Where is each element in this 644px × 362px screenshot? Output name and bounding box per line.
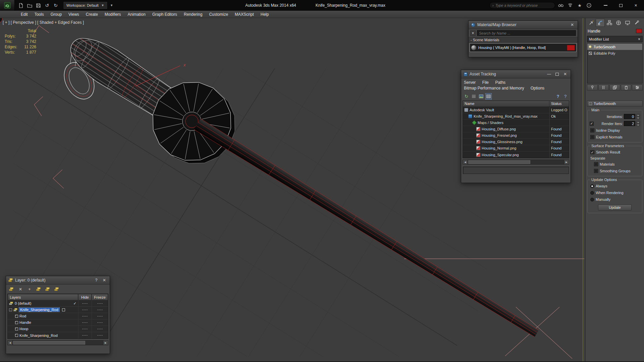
menu-create[interactable]: Create: [83, 11, 101, 18]
layer-object-row[interactable]: Handle: [8, 319, 108, 326]
render-iters-checkbox[interactable]: ✓: [590, 122, 594, 126]
close-icon[interactable]: ✕: [101, 277, 107, 283]
horizontal-scrollbar[interactable]: ◀ ▶: [463, 160, 569, 165]
scroll-left-icon[interactable]: ◀: [463, 160, 468, 164]
menu-group[interactable]: Group: [47, 11, 65, 18]
column-status[interactable]: Status: [549, 101, 569, 107]
help-icon[interactable]: ?: [93, 277, 99, 283]
update-button[interactable]: Update: [598, 204, 632, 210]
scroll-right-icon[interactable]: ▶: [103, 341, 108, 345]
smooth-result-checkbox[interactable]: ✓: [590, 150, 594, 154]
hide-toggle[interactable]: [82, 329, 88, 329]
hide-toggle[interactable]: [82, 316, 88, 316]
object-name[interactable]: Handle: [588, 29, 634, 34]
context-help-icon[interactable]: ?: [555, 93, 561, 100]
close-button[interactable]: ×: [628, 0, 643, 11]
make-unique-button[interactable]: [609, 84, 620, 90]
tab-display[interactable]: [623, 19, 632, 27]
menu-file[interactable]: File: [482, 80, 489, 85]
configure-modifier-sets-button[interactable]: [632, 84, 643, 90]
when-rendering-radio[interactable]: [590, 191, 594, 195]
save-file-button[interactable]: [34, 1, 42, 9]
tab-motion[interactable]: [614, 19, 623, 27]
column-freeze[interactable]: Freeze: [92, 294, 108, 300]
freeze-toggle[interactable]: [97, 322, 103, 323]
menu-edit[interactable]: Edit: [17, 11, 31, 18]
object-color-swatch[interactable]: [636, 29, 642, 33]
hide-toggle[interactable]: [82, 310, 88, 310]
add-to-layer-button[interactable]: +: [26, 286, 33, 293]
materials-checkbox[interactable]: [594, 162, 598, 166]
iterations-field[interactable]: 0: [624, 114, 635, 119]
asset-tracking-titlebar[interactable]: Asset Tracking — ✕: [461, 70, 571, 78]
hide-toggle[interactable]: [82, 303, 88, 304]
smoothing-groups-checkbox[interactable]: [594, 169, 598, 173]
menu-customize[interactable]: Customize: [206, 11, 231, 18]
tab-modify[interactable]: [596, 19, 605, 27]
scroll-right-icon[interactable]: ▶: [564, 160, 569, 164]
freeze-toggle[interactable]: [97, 316, 103, 316]
explicit-normals-checkbox[interactable]: [590, 135, 594, 139]
layer-object-row[interactable]: Rod: [8, 313, 108, 319]
menu-graph-editors[interactable]: Graph Editors: [149, 11, 180, 18]
layer-row-selected[interactable]: -Knife_Sharpening_Rod: [8, 307, 108, 313]
collapse-icon[interactable]: -: [9, 308, 12, 311]
scroll-left-icon[interactable]: ◀: [8, 341, 13, 345]
column-layers[interactable]: Layers: [8, 294, 78, 300]
help-icon[interactable]: ?: [585, 2, 593, 9]
hide-toggle[interactable]: [82, 322, 88, 323]
menu-bitmap-performance[interactable]: Bitmap Performance and Memory: [464, 85, 524, 91]
freeze-toggle[interactable]: [97, 335, 103, 336]
freeze-toggle[interactable]: [97, 329, 103, 329]
table-view-icon[interactable]: [485, 93, 492, 100]
layer-object-row[interactable]: Hoop: [8, 326, 108, 332]
toolbar-overflow-button[interactable]: ▼: [108, 1, 116, 9]
menu-maxscript[interactable]: MAXScript: [231, 11, 257, 18]
refresh-icon[interactable]: ↻: [463, 93, 470, 100]
create-layer-button[interactable]: [8, 286, 15, 293]
freeze-toggle[interactable]: [97, 310, 103, 310]
model-guard[interactable]: [153, 82, 235, 163]
table-row[interactable]: Autodesk Vault Logged O: [463, 107, 569, 113]
favorites-star-icon[interactable]: ★: [576, 2, 583, 9]
table-row[interactable]: Knife_Sharpening_Rod_max_vray.max Ok: [463, 113, 569, 120]
table-row[interactable]: Housing_Specular.png Found: [463, 152, 569, 158]
redo-button[interactable]: ↻: [52, 1, 60, 9]
delete-layer-button[interactable]: ✕: [17, 286, 24, 293]
menu-animation[interactable]: Animation: [124, 11, 149, 18]
menu-server[interactable]: Server: [464, 80, 476, 85]
help-icon[interactable]: ?: [562, 93, 569, 100]
highlight-layer-button[interactable]: [53, 286, 60, 293]
iterations-spinner[interactable]: ▲▼: [636, 114, 640, 119]
scrollbar-thumb[interactable]: [468, 160, 530, 164]
tab-create[interactable]: [587, 19, 596, 27]
binoculars-icon[interactable]: [557, 2, 565, 9]
set-current-layer-button[interactable]: [44, 286, 51, 293]
new-file-button[interactable]: [17, 1, 25, 9]
help-search-input[interactable]: [495, 3, 552, 7]
material-color-swatch[interactable]: [567, 45, 575, 51]
close-icon[interactable]: ✕: [569, 22, 575, 28]
render-iters-spinner[interactable]: ▲▼: [636, 121, 640, 126]
chevron-down-icon[interactable]: ▼: [470, 31, 476, 36]
viewport-label[interactable]: [ + ] [ Perspective ] [ Shaded + Edged F…: [3, 20, 84, 25]
spin-down-icon[interactable]: ▼: [636, 124, 640, 126]
menu-help[interactable]: Help: [257, 11, 272, 18]
column-name[interactable]: Name: [463, 101, 549, 107]
thumbnail-view-icon[interactable]: [478, 93, 484, 100]
material-search-input[interactable]: [477, 30, 576, 36]
pin-stack-button[interactable]: [587, 84, 598, 90]
menu-modifiers[interactable]: Modifiers: [101, 11, 124, 18]
horizontal-scrollbar[interactable]: ◀ ▶: [7, 340, 108, 345]
modifier-enabled-icon[interactable]: [589, 45, 592, 48]
hide-toggle[interactable]: [82, 335, 88, 336]
communication-center-icon[interactable]: [567, 2, 574, 9]
menu-tools[interactable]: Tools: [31, 11, 47, 18]
remove-modifier-button[interactable]: [621, 84, 632, 90]
workspace-dropdown[interactable]: Workspace: Default ▼: [64, 2, 107, 9]
select-layer-objects-button[interactable]: [35, 286, 42, 293]
menu-options[interactable]: Options: [531, 85, 544, 91]
maximize-button[interactable]: [613, 0, 628, 11]
tab-utilities[interactable]: [632, 19, 641, 27]
scrollbar-thumb[interactable]: [13, 341, 85, 345]
